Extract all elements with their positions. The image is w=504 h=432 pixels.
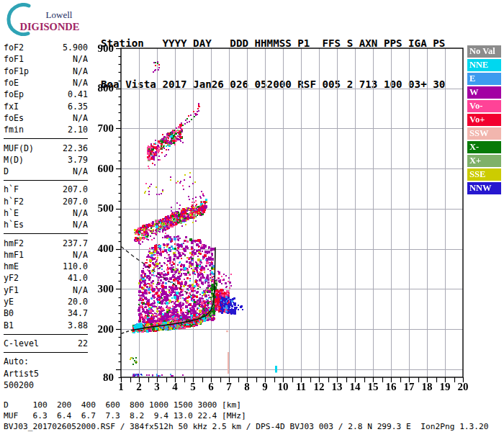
- x-axis-label-11: 11: [292, 381, 310, 393]
- legend-item-X+: X+: [467, 155, 501, 167]
- legend-item-NNW: NNW: [467, 182, 501, 194]
- legend-item-W: W: [467, 86, 501, 99]
- x-axis-label-5: 5: [184, 381, 202, 393]
- x-axis-label-8: 8: [238, 381, 256, 393]
- x-axis-label-14: 14: [346, 381, 364, 393]
- x-axis-label-6: 6: [202, 381, 220, 393]
- y-axis-label-600: 600: [85, 163, 114, 175]
- y-axis-label-300: 300: [85, 283, 114, 295]
- x-axis-label-4: 4: [166, 381, 184, 393]
- x-axis-label-9: 9: [256, 381, 274, 393]
- x-axis-label-17: 17: [400, 381, 418, 393]
- x-axis-label-15: 15: [364, 381, 382, 393]
- y-axis-label-200: 200: [85, 323, 114, 336]
- y-axis-label-80: 80: [85, 372, 114, 384]
- legend-item-SSE: SSE: [467, 168, 501, 181]
- ionogram-page: { "logo": { "top": "Lowell", "bottom": "…: [0, 0, 504, 432]
- x-axis-label-13: 13: [328, 381, 346, 393]
- distance-row: D 100 200 400 600 800 1000 1500 3000 [km…: [4, 400, 241, 410]
- x-axis-label-18: 18: [418, 381, 436, 393]
- legend-item-E: E: [467, 73, 501, 85]
- doppler-direction-legend: No ValNNEEWVo-Vo+SSWX-X+SSENNW: [467, 45, 501, 196]
- legend-item-X-: X-: [467, 141, 501, 153]
- legend-item-SSW: SSW: [467, 127, 501, 140]
- legend-item-NNE: NNE: [467, 59, 501, 71]
- y-axis-label-800: 800: [85, 82, 114, 94]
- legend-item-NoVal: No Val: [467, 45, 501, 58]
- legend-item-Vo-: Vo-: [467, 100, 501, 112]
- x-axis-label-20: 20: [454, 381, 472, 393]
- ionogram-chart: 9008007006005004003002008012345678910111…: [0, 0, 504, 432]
- x-axis-label-10: 10: [274, 381, 292, 393]
- legend-item-Vo+: Vo+: [467, 114, 501, 126]
- x-axis-label-16: 16: [382, 381, 400, 393]
- ionogram-plot: [101, 40, 468, 396]
- x-axis-label-2: 2: [130, 381, 148, 393]
- x-axis-label-12: 12: [310, 381, 328, 393]
- x-axis-label-1: 1: [112, 381, 130, 393]
- x-axis-label-19: 19: [436, 381, 454, 393]
- y-axis-label-700: 700: [85, 122, 114, 135]
- x-axis-label-7: 7: [220, 381, 238, 393]
- muf-row: MUF 6.3 6.4 6.7 7.3 8.2 9.4 13.0 22.4 [M…: [4, 411, 246, 420]
- y-axis-label-400: 400: [85, 243, 114, 255]
- y-axis-label-500: 500: [85, 202, 114, 215]
- y-axis-label-900: 900: [85, 42, 114, 55]
- x-axis-label-3: 3: [148, 381, 166, 393]
- file-info-line: BVJ03_2017026052000.RSF / 384fx512h 50 k…: [4, 422, 489, 431]
